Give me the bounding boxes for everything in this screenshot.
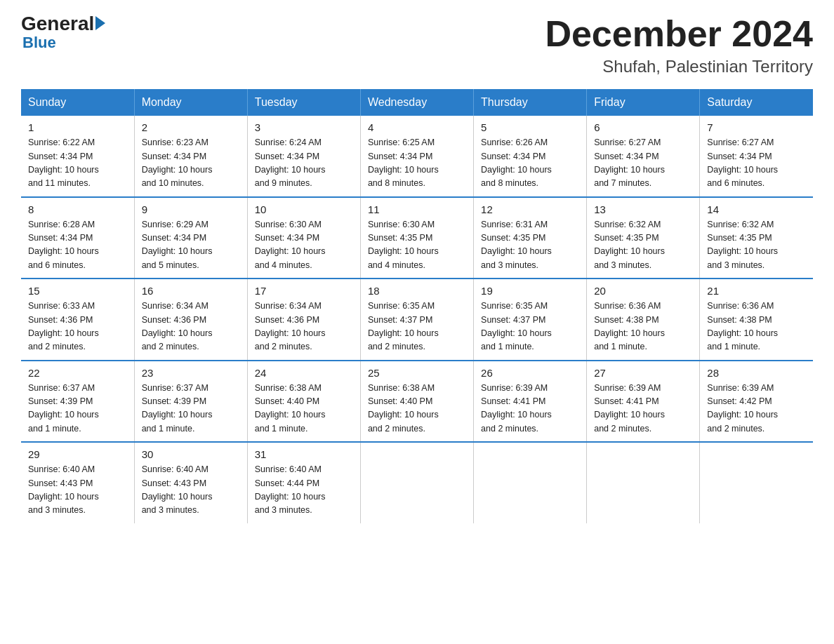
day-info: Sunrise: 6:40 AMSunset: 4:43 PMDaylight:… <box>142 463 240 518</box>
calendar-cell: 19Sunrise: 6:35 AMSunset: 4:37 PMDayligh… <box>474 279 587 361</box>
day-number: 26 <box>481 367 579 379</box>
day-info: Sunrise: 6:39 AMSunset: 4:41 PMDaylight:… <box>594 382 692 436</box>
day-info: Sunrise: 6:31 AMSunset: 4:35 PMDaylight:… <box>481 218 579 273</box>
calendar-cell: 21Sunrise: 6:36 AMSunset: 4:38 PMDayligh… <box>700 279 813 361</box>
header-day-saturday: Saturday <box>700 89 813 116</box>
calendar-cell: 18Sunrise: 6:35 AMSunset: 4:37 PMDayligh… <box>360 279 473 361</box>
day-info: Sunrise: 6:38 AMSunset: 4:40 PMDaylight:… <box>255 382 353 436</box>
header-day-wednesday: Wednesday <box>360 89 473 116</box>
day-info: Sunrise: 6:39 AMSunset: 4:42 PMDaylight:… <box>707 382 806 436</box>
day-number: 14 <box>707 203 806 215</box>
day-number: 11 <box>368 203 466 215</box>
day-number: 19 <box>481 285 579 297</box>
header-day-monday: Monday <box>134 89 247 116</box>
day-number: 6 <box>594 121 692 133</box>
day-number: 2 <box>142 121 240 133</box>
calendar-cell: 5Sunrise: 6:26 AMSunset: 4:34 PMDaylight… <box>474 116 587 197</box>
header-row: SundayMondayTuesdayWednesdayThursdayFrid… <box>21 89 813 116</box>
calendar-cell <box>360 442 473 523</box>
day-info: Sunrise: 6:22 AMSunset: 4:34 PMDaylight:… <box>28 136 127 191</box>
calendar-cell: 20Sunrise: 6:36 AMSunset: 4:38 PMDayligh… <box>587 279 700 361</box>
day-info: Sunrise: 6:39 AMSunset: 4:41 PMDaylight:… <box>481 382 579 436</box>
day-number: 17 <box>255 285 353 297</box>
week-row-1: 1Sunrise: 6:22 AMSunset: 4:34 PMDaylight… <box>21 116 813 197</box>
calendar-cell: 6Sunrise: 6:27 AMSunset: 4:34 PMDaylight… <box>587 116 700 197</box>
day-number: 28 <box>707 367 806 379</box>
day-info: Sunrise: 6:35 AMSunset: 4:37 PMDaylight:… <box>481 300 579 354</box>
calendar-cell: 22Sunrise: 6:37 AMSunset: 4:39 PMDayligh… <box>21 361 134 443</box>
logo-arrow-icon <box>95 16 105 30</box>
day-info: Sunrise: 6:23 AMSunset: 4:34 PMDaylight:… <box>142 136 240 191</box>
calendar-body: 1Sunrise: 6:22 AMSunset: 4:34 PMDaylight… <box>21 116 813 523</box>
calendar-cell: 4Sunrise: 6:25 AMSunset: 4:34 PMDaylight… <box>360 116 473 197</box>
calendar-cell: 25Sunrise: 6:38 AMSunset: 4:40 PMDayligh… <box>360 361 473 443</box>
day-number: 10 <box>255 203 353 215</box>
day-info: Sunrise: 6:27 AMSunset: 4:34 PMDaylight:… <box>594 136 692 191</box>
day-info: Sunrise: 6:27 AMSunset: 4:34 PMDaylight:… <box>707 136 806 191</box>
calendar-cell: 23Sunrise: 6:37 AMSunset: 4:39 PMDayligh… <box>134 361 247 443</box>
day-info: Sunrise: 6:40 AMSunset: 4:44 PMDaylight:… <box>255 463 353 518</box>
day-info: Sunrise: 6:34 AMSunset: 4:36 PMDaylight:… <box>142 300 240 354</box>
day-number: 31 <box>255 448 353 460</box>
calendar-cell: 12Sunrise: 6:31 AMSunset: 4:35 PMDayligh… <box>474 197 587 279</box>
header-day-friday: Friday <box>587 89 700 116</box>
day-number: 30 <box>142 448 240 460</box>
calendar-cell <box>700 442 813 523</box>
calendar-cell: 27Sunrise: 6:39 AMSunset: 4:41 PMDayligh… <box>587 361 700 443</box>
calendar-cell: 10Sunrise: 6:30 AMSunset: 4:34 PMDayligh… <box>247 197 360 279</box>
week-row-4: 22Sunrise: 6:37 AMSunset: 4:39 PMDayligh… <box>21 361 813 443</box>
calendar-cell: 16Sunrise: 6:34 AMSunset: 4:36 PMDayligh… <box>134 279 247 361</box>
day-number: 21 <box>707 285 806 297</box>
header-day-sunday: Sunday <box>21 89 134 116</box>
day-info: Sunrise: 6:37 AMSunset: 4:39 PMDaylight:… <box>142 382 240 436</box>
calendar-cell: 11Sunrise: 6:30 AMSunset: 4:35 PMDayligh… <box>360 197 473 279</box>
day-number: 20 <box>594 285 692 297</box>
day-number: 1 <box>28 121 127 133</box>
calendar-cell: 30Sunrise: 6:40 AMSunset: 4:43 PMDayligh… <box>134 442 247 523</box>
day-number: 15 <box>28 285 127 297</box>
day-info: Sunrise: 6:24 AMSunset: 4:34 PMDaylight:… <box>255 136 353 191</box>
day-info: Sunrise: 6:25 AMSunset: 4:34 PMDaylight:… <box>368 136 466 191</box>
calendar-cell: 13Sunrise: 6:32 AMSunset: 4:35 PMDayligh… <box>587 197 700 279</box>
day-info: Sunrise: 6:32 AMSunset: 4:35 PMDaylight:… <box>594 218 692 273</box>
calendar-cell: 26Sunrise: 6:39 AMSunset: 4:41 PMDayligh… <box>474 361 587 443</box>
calendar-cell: 8Sunrise: 6:28 AMSunset: 4:34 PMDaylight… <box>21 197 134 279</box>
calendar-table: SundayMondayTuesdayWednesdayThursdayFrid… <box>21 89 813 523</box>
day-info: Sunrise: 6:38 AMSunset: 4:40 PMDaylight:… <box>368 382 466 436</box>
calendar-cell: 15Sunrise: 6:33 AMSunset: 4:36 PMDayligh… <box>21 279 134 361</box>
day-number: 24 <box>255 367 353 379</box>
calendar-cell: 7Sunrise: 6:27 AMSunset: 4:34 PMDaylight… <box>700 116 813 197</box>
day-number: 27 <box>594 367 692 379</box>
calendar-cell: 29Sunrise: 6:40 AMSunset: 4:43 PMDayligh… <box>21 442 134 523</box>
header-day-tuesday: Tuesday <box>247 89 360 116</box>
day-number: 16 <box>142 285 240 297</box>
day-info: Sunrise: 6:28 AMSunset: 4:34 PMDaylight:… <box>28 218 127 273</box>
calendar-title: December 2024 <box>545 14 813 54</box>
calendar-cell: 28Sunrise: 6:39 AMSunset: 4:42 PMDayligh… <box>700 361 813 443</box>
page-header: General Blue December 2024 Shufah, Pales… <box>21 14 813 76</box>
day-number: 7 <box>707 121 806 133</box>
day-info: Sunrise: 6:36 AMSunset: 4:38 PMDaylight:… <box>594 300 692 354</box>
calendar-cell: 2Sunrise: 6:23 AMSunset: 4:34 PMDaylight… <box>134 116 247 197</box>
day-info: Sunrise: 6:36 AMSunset: 4:38 PMDaylight:… <box>707 300 806 354</box>
day-info: Sunrise: 6:30 AMSunset: 4:34 PMDaylight:… <box>255 218 353 273</box>
day-number: 23 <box>142 367 240 379</box>
day-number: 25 <box>368 367 466 379</box>
day-info: Sunrise: 6:34 AMSunset: 4:36 PMDaylight:… <box>255 300 353 354</box>
calendar-subtitle: Shufah, Palestinian Territory <box>545 57 813 76</box>
logo-text: General <box>21 14 105 34</box>
day-info: Sunrise: 6:30 AMSunset: 4:35 PMDaylight:… <box>368 218 466 273</box>
day-number: 18 <box>368 285 466 297</box>
week-row-2: 8Sunrise: 6:28 AMSunset: 4:34 PMDaylight… <box>21 197 813 279</box>
day-number: 5 <box>481 121 579 133</box>
calendar-cell: 17Sunrise: 6:34 AMSunset: 4:36 PMDayligh… <box>247 279 360 361</box>
day-info: Sunrise: 6:26 AMSunset: 4:34 PMDaylight:… <box>481 136 579 191</box>
calendar-cell <box>474 442 587 523</box>
day-number: 9 <box>142 203 240 215</box>
calendar-header: SundayMondayTuesdayWednesdayThursdayFrid… <box>21 89 813 116</box>
day-number: 3 <box>255 121 353 133</box>
title-block: December 2024 Shufah, Palestinian Territ… <box>545 14 813 76</box>
calendar-cell: 14Sunrise: 6:32 AMSunset: 4:35 PMDayligh… <box>700 197 813 279</box>
day-info: Sunrise: 6:35 AMSunset: 4:37 PMDaylight:… <box>368 300 466 354</box>
week-row-3: 15Sunrise: 6:33 AMSunset: 4:36 PMDayligh… <box>21 279 813 361</box>
